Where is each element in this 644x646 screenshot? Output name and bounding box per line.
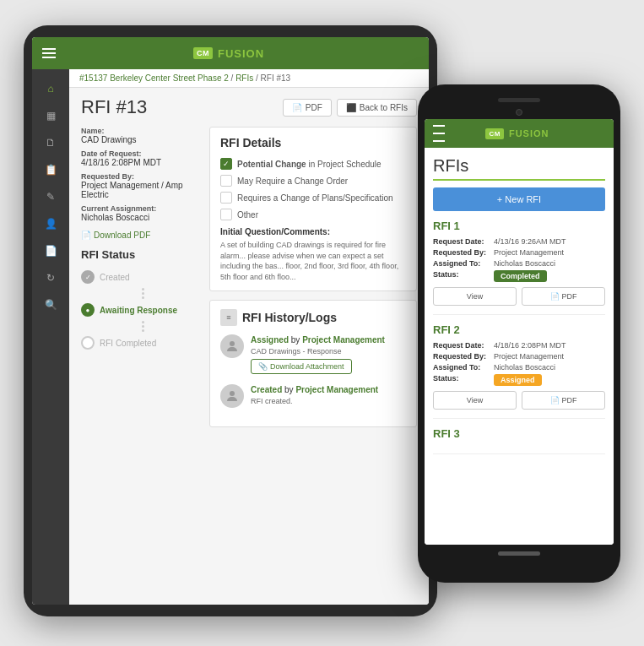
checkbox-plans: Requires a Change of Plans/Specification	[220, 192, 406, 204]
status-circle-created: ✓	[81, 270, 95, 284]
history-panel: ≡ RFI History/Logs	[209, 300, 417, 427]
phone-logo-text: FUSION	[509, 128, 549, 138]
checkbox-plans-box[interactable]	[220, 192, 232, 204]
rfi-1-status-badge: Completed	[494, 270, 547, 282]
pdf-icon: 📄	[292, 103, 302, 112]
svg-point-1	[230, 391, 235, 396]
info-name: Name: CAD Drawings	[81, 127, 199, 144]
info-date: Date of Request: 4/18/16 2:08PM MDT	[81, 149, 199, 167]
tablet: CM FUSION ⌂ ▦ 🗋 📋 ✎ 👤 📄	[24, 25, 437, 616]
hamburger-menu-icon[interactable]	[42, 48, 56, 58]
phone-content: RFIs + New RFI RFI 1 Request Date: 4/13/…	[425, 148, 614, 545]
status-item-completed: RFI Completed	[81, 334, 199, 352]
initial-comments-text: A set of building CAD drawings is requir…	[220, 240, 406, 282]
phone-hamburger-icon[interactable]	[433, 123, 445, 144]
checkbox-other: Other	[220, 209, 406, 220]
sidebar: ⌂ ▦ 🗋 📋 ✎ 👤 📄 ↻ 🔍	[32, 69, 69, 605]
rfi-2-title: RFI 2	[433, 323, 605, 336]
phone-screen: CM FUSION RFIs + New RFI RFI 1 Request D…	[425, 119, 614, 545]
breadcrumb: #15137 Berkeley Center Street Phase 2 / …	[69, 69, 429, 88]
header-buttons: 📄 PDF ⬛ Back to RFIs	[283, 99, 417, 117]
sidebar-item-grid[interactable]: ▦	[35, 103, 66, 128]
download-pdf-link[interactable]: 📄 Download PDF	[81, 231, 199, 240]
rfi-status-section: RFI Status ✓ Created	[81, 248, 199, 352]
rfi-1-view-button[interactable]: View	[433, 287, 517, 306]
rfi-2-status-badge: Assigned	[494, 374, 542, 386]
sidebar-item-home[interactable]: ⌂	[35, 76, 66, 101]
rfi-2-assigned-to: Assigned To: Nicholas Boscacci	[433, 363, 605, 372]
info-assignment: Current Assignment: Nicholas Boscacci	[81, 204, 199, 222]
initial-comments-label: Initial Question/Comments:	[220, 227, 406, 236]
breadcrumb-rfis[interactable]: RFIs	[235, 73, 253, 83]
rfi-2-status: Status: Assigned	[433, 374, 605, 386]
sidebar-item-pencil[interactable]: ✎	[35, 184, 66, 209]
sidebar-item-file[interactable]: 📄	[35, 238, 66, 263]
pdf-button[interactable]: 📄 PDF	[283, 99, 332, 117]
phone: CM FUSION RFIs + New RFI RFI 1 Request D…	[418, 84, 620, 583]
sidebar-item-search[interactable]: 🔍	[35, 292, 66, 318]
rfi-status-title: RFI Status	[81, 248, 199, 261]
rfi-1-requested-by: Requested By: Project Management	[433, 248, 605, 257]
rfi-card-2: RFI 2 Request Date: 4/18/16 2:08PM MDT R…	[433, 323, 605, 419]
status-item-awaiting: ● Awaiting Response	[81, 301, 199, 319]
right-column: RFI Details Potential Change in Project …	[209, 127, 417, 427]
breadcrumb-project[interactable]: #15137 Berkeley Center Street Phase 2	[79, 73, 229, 83]
tablet-topbar: CM FUSION	[32, 37, 429, 69]
checkbox-other-box[interactable]	[220, 209, 232, 220]
rfi-1-pdf-button[interactable]: 📄 PDF	[522, 287, 605, 306]
phone-home-indicator[interactable]	[498, 551, 540, 556]
phone-logo-box: CM	[485, 128, 503, 139]
rfi-2-pdf-button[interactable]: 📄 PDF	[522, 391, 605, 410]
logo-text: FUSION	[218, 47, 264, 60]
pdf-icon: 📄	[550, 292, 560, 301]
rfi-1-request-date: Request Date: 4/13/16 9:26AM MDT	[433, 237, 605, 246]
rfi-1-title: RFI 1	[433, 220, 605, 232]
two-col-layout: Name: CAD Drawings Date of Request: 4/18…	[81, 127, 417, 427]
history-sub-created: RFI created.	[251, 397, 406, 405]
phone-logo: CM FUSION	[485, 128, 549, 139]
svg-point-0	[230, 341, 235, 346]
sidebar-item-person[interactable]: 👤	[35, 211, 66, 236]
phone-camera	[516, 109, 522, 116]
rfi-1-buttons: View 📄 PDF	[433, 287, 605, 306]
status-label-created: Created	[100, 273, 130, 282]
checkbox-potential-change: Potential Change in Project Schedule	[220, 158, 406, 170]
left-column: Name: CAD Drawings Date of Request: 4/18…	[81, 127, 199, 427]
info-requested-by: Requested By: Project Management / Amp E…	[81, 172, 199, 199]
info-table: Name: CAD Drawings Date of Request: 4/18…	[81, 127, 199, 222]
history-content-assigned: Assigned by Project Management CAD Drawi…	[251, 334, 406, 374]
sidebar-item-chart[interactable]: 📋	[35, 157, 66, 182]
checkbox-potential-change-box[interactable]	[220, 158, 232, 170]
new-rfi-button[interactable]: + New RFI	[433, 187, 605, 211]
tablet-logo: CM FUSION	[193, 47, 264, 60]
history-entry-assigned: Assigned by Project Management CAD Drawi…	[220, 334, 406, 374]
sidebar-item-refresh[interactable]: ↻	[35, 265, 66, 290]
rfi-details-panel: RFI Details Potential Change in Project …	[209, 127, 417, 291]
checkbox-change-order: May Require a Change Order	[220, 175, 406, 187]
tablet-screen: CM FUSION ⌂ ▦ 🗋 📋 ✎ 👤 📄	[32, 37, 429, 605]
scene: CM FUSION ⌂ ▦ 🗋 📋 ✎ 👤 📄	[0, 0, 644, 646]
download-attachment-button[interactable]: 📎 Download Attachment	[251, 359, 352, 374]
rfi-2-view-button[interactable]: View	[433, 391, 517, 410]
pdf-icon-2: 📄	[550, 396, 560, 404]
rfi-2-requested-by: Requested By: Project Management	[433, 352, 605, 361]
history-action-assigned: Assigned by Project Management	[251, 334, 406, 345]
status-circle-completed	[81, 336, 95, 350]
phone-page-title: RFIs	[433, 156, 605, 181]
history-entry-created: Created by Project Management RFI create…	[220, 384, 406, 408]
rfi-card-1: RFI 1 Request Date: 4/13/16 9:26AM MDT R…	[433, 220, 605, 315]
history-content-created: Created by Project Management RFI create…	[251, 384, 406, 408]
checkbox-change-order-box[interactable]	[220, 175, 232, 187]
rfi-card-3: RFI 3	[433, 427, 605, 454]
tablet-body: ⌂ ▦ 🗋 📋 ✎ 👤 📄 ↻ 🔍 #15137 Berkeley Center…	[32, 69, 429, 605]
status-connector-2	[87, 319, 199, 334]
page-title: RFI #13	[81, 96, 147, 118]
attachment-icon: 📎	[258, 362, 268, 371]
back-to-rfis-button[interactable]: ⬛ Back to RFIs	[337, 99, 417, 117]
status-connector-1	[87, 286, 199, 301]
status-label-completed: RFI Completed	[100, 339, 156, 348]
sidebar-item-image[interactable]: 🗋	[35, 130, 66, 155]
history-icon: ≡	[220, 309, 237, 326]
rfi-1-status: Status: Completed	[433, 270, 605, 282]
back-icon: ⬛	[346, 103, 356, 112]
